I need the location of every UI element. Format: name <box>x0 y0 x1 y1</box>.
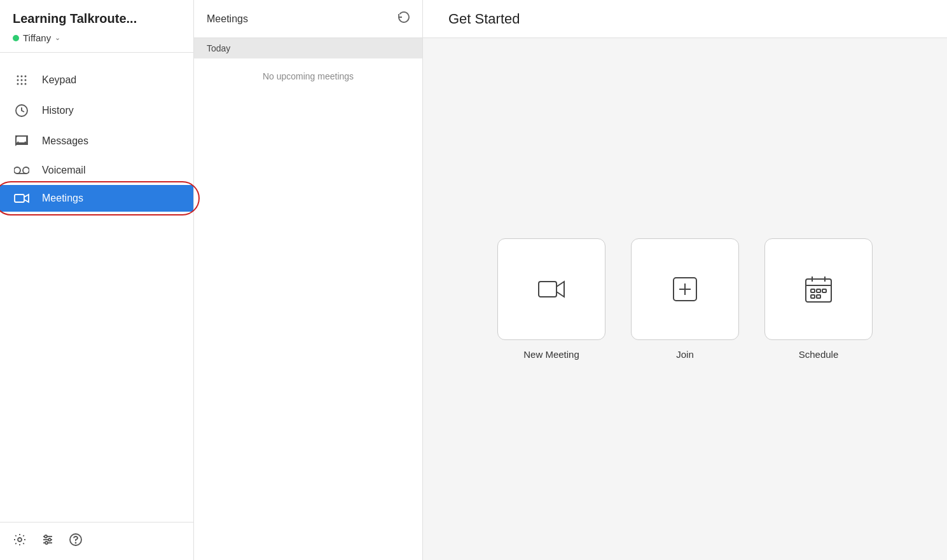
svg-point-7 <box>21 83 23 85</box>
history-icon <box>13 104 31 118</box>
main-panel: Get Started New Meeting Join <box>423 0 947 560</box>
svg-point-1 <box>21 76 23 78</box>
settings-icon[interactable] <box>13 533 27 550</box>
sidebar: Learning Talkroute... Tiffany ⌄ <box>0 0 194 560</box>
svg-point-5 <box>25 79 27 81</box>
user-name: Tiffany <box>23 32 51 43</box>
sidebar-footer <box>0 522 193 560</box>
no-meetings-text: No upcoming meetings <box>194 58 422 94</box>
today-label: Today <box>207 43 230 53</box>
svg-point-3 <box>17 79 19 81</box>
svg-point-15 <box>18 538 22 542</box>
help-icon[interactable] <box>69 533 83 550</box>
meetings-icon <box>13 193 31 204</box>
svg-point-2 <box>25 76 27 78</box>
svg-rect-36 <box>817 295 820 298</box>
sidebar-item-label-keypad: Keypad <box>42 74 76 86</box>
plus-square-icon <box>670 274 700 304</box>
user-menu[interactable]: Tiffany ⌄ <box>13 32 181 43</box>
sidebar-item-keypad[interactable]: Keypad <box>0 65 193 95</box>
schedule-card-box[interactable] <box>764 238 873 340</box>
join-label: Join <box>676 349 694 360</box>
sliders-icon[interactable] <box>41 533 55 550</box>
sidebar-item-meetings[interactable]: Meetings <box>0 185 193 212</box>
schedule-card[interactable]: Schedule <box>764 238 873 360</box>
join-card[interactable]: Join <box>631 238 739 360</box>
main-content: New Meeting Join <box>423 38 947 560</box>
middle-header: Meetings <box>194 0 422 38</box>
voicemail-icon <box>13 165 31 175</box>
svg-point-12 <box>23 167 29 174</box>
svg-rect-35 <box>811 295 815 298</box>
svg-rect-32 <box>811 289 815 292</box>
svg-point-21 <box>45 542 48 544</box>
schedule-label: Schedule <box>799 349 839 360</box>
keypad-icon <box>13 73 31 87</box>
middle-panel: Meetings Today No upcoming meetings <box>194 0 423 560</box>
user-status-dot <box>13 35 19 41</box>
svg-point-19 <box>45 535 47 538</box>
sidebar-item-label-messages: Messages <box>42 135 88 147</box>
svg-point-6 <box>17 83 19 85</box>
middle-panel-title: Meetings <box>207 13 248 25</box>
svg-point-4 <box>21 79 23 81</box>
messages-icon <box>13 134 31 148</box>
svg-rect-34 <box>822 289 826 292</box>
sidebar-item-history[interactable]: History <box>0 96 193 125</box>
svg-rect-24 <box>539 282 556 297</box>
svg-point-8 <box>25 83 27 85</box>
sidebar-item-label-history: History <box>42 105 74 116</box>
main-header: Get Started <box>423 0 947 38</box>
today-bar: Today <box>194 38 422 58</box>
new-meeting-card-box[interactable] <box>497 238 605 340</box>
new-meeting-label: New Meeting <box>523 349 579 360</box>
svg-point-0 <box>17 76 19 78</box>
sidebar-header: Learning Talkroute... Tiffany ⌄ <box>0 0 193 53</box>
join-card-box[interactable] <box>631 238 739 340</box>
svg-point-20 <box>48 538 51 541</box>
calendar-icon <box>803 274 834 304</box>
refresh-icon[interactable] <box>398 11 410 26</box>
sidebar-item-label-meetings: Meetings <box>42 193 83 204</box>
svg-rect-14 <box>15 195 24 202</box>
svg-point-23 <box>76 543 76 543</box>
sidebar-item-messages[interactable]: Messages <box>0 126 193 156</box>
sidebar-item-voicemail[interactable]: Voicemail <box>0 157 193 184</box>
main-title: Get Started <box>448 11 520 27</box>
svg-point-11 <box>14 167 20 174</box>
new-meeting-card[interactable]: New Meeting <box>497 238 605 360</box>
sidebar-item-label-voicemail: Voicemail <box>42 165 85 176</box>
sidebar-nav: Keypad History Me <box>0 53 193 522</box>
svg-rect-33 <box>817 289 820 292</box>
chevron-down-icon: ⌄ <box>55 34 60 42</box>
video-plus-icon <box>536 274 567 304</box>
app-name: Learning Talkroute... <box>13 11 181 26</box>
